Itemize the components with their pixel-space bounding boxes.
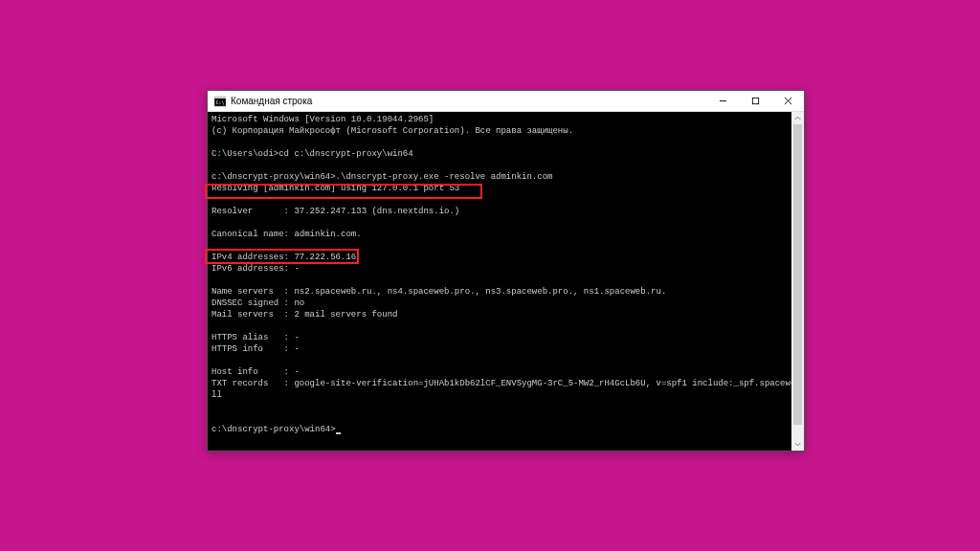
vertical-scrollbar[interactable] <box>791 112 804 451</box>
command-prompt-window: C:\ Командная строка Microsoft Windows [… <box>207 90 805 452</box>
output-line: ll <box>212 390 222 400</box>
output-line: Resolver : 37.252.247.133 (dns.nextdns.i… <box>212 207 459 216</box>
titlebar[interactable]: C:\ Командная строка <box>208 91 804 112</box>
terminal-body: Microsoft Windows [Version 10.0.19044.29… <box>208 112 804 451</box>
window-title: Командная строка <box>231 96 312 106</box>
output-line: IPv4 addresses: 77.222.56.16 <box>212 253 356 262</box>
output-line: DNSSEC signed : no <box>212 298 304 308</box>
cmd-icon: C:\ <box>213 95 227 108</box>
output-line: Resolving [adminkin.com] using 127.0.0.1… <box>212 184 459 193</box>
scroll-down-button[interactable] <box>791 438 804 451</box>
output-line: HTTPS alias : - <box>212 333 300 342</box>
close-button[interactable] <box>771 91 804 112</box>
prompt-line: c:\dnscrypt-proxy\win64> <box>212 425 336 434</box>
scroll-thumb[interactable] <box>793 124 802 425</box>
output-line: Mail servers : 2 mail servers found <box>212 310 397 320</box>
output-line: Microsoft Windows [Version 10.0.19044.29… <box>212 115 434 124</box>
output-line: Host info : - <box>212 367 300 377</box>
cursor <box>336 432 341 434</box>
maximize-button[interactable] <box>739 91 771 112</box>
svg-rect-1 <box>214 97 226 99</box>
svg-text:C:\: C:\ <box>216 99 225 105</box>
output-line: C:\Users\odi>cd c:\dnscrypt-proxy\win64 <box>212 149 413 159</box>
minimize-button[interactable] <box>706 91 739 112</box>
output-line: Name servers : ns2.spaceweb.ru., ns4.spa… <box>212 287 666 297</box>
terminal-output[interactable]: Microsoft Windows [Version 10.0.19044.29… <box>208 112 791 451</box>
output-line: c:\dnscrypt-proxy\win64>.\dnscrypt-proxy… <box>212 172 552 182</box>
output-line: Canonical name: adminkin.com. <box>212 230 362 239</box>
svg-rect-4 <box>752 98 758 103</box>
scroll-up-button[interactable] <box>791 112 804 124</box>
output-line: (c) Корпорация Майкрософт (Microsoft Cor… <box>212 126 573 136</box>
output-line: IPv6 addresses: - <box>212 264 300 274</box>
output-line: TXT records : google-site-verification=j… <box>212 379 791 388</box>
output-line: HTTPS info : - <box>212 344 300 354</box>
